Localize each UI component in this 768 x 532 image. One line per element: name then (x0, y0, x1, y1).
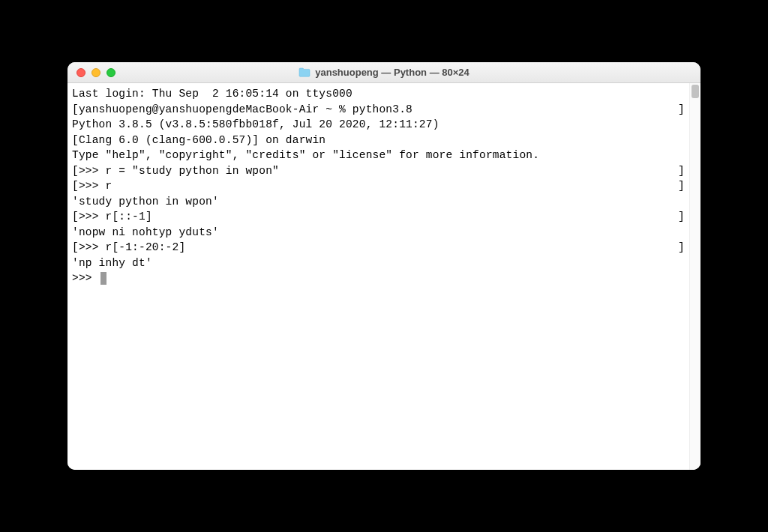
close-icon[interactable] (76, 68, 86, 77)
terminal-window: yanshuopeng — Python — 80×24 Last login:… (68, 62, 700, 470)
folder-icon (298, 67, 310, 77)
prompt-line: >>> (72, 270, 685, 286)
terminal-line: [yanshuopeng@yanshuopengdeMacBook-Air ~ … (72, 102, 685, 118)
zoom-icon[interactable] (106, 68, 116, 77)
window-title: yanshuopeng — Python — 80×24 (315, 67, 470, 78)
terminal-content[interactable]: Last login: Thu Sep 2 16:05:14 on ttys00… (68, 83, 689, 470)
traffic-lights (68, 68, 116, 77)
terminal-line: 'nopw ni nohtyp yduts' (72, 225, 685, 241)
terminal-line: 'study python in wpon' (72, 194, 685, 210)
terminal-line: Last login: Thu Sep 2 16:05:14 on ttys00… (72, 86, 685, 102)
body-area: Last login: Thu Sep 2 16:05:14 on ttys00… (68, 83, 700, 470)
terminal-line: [>>> r[-1:-20:-2]] (72, 240, 685, 256)
titlebar[interactable]: yanshuopeng — Python — 80×24 (68, 62, 700, 83)
terminal-line: [Clang 6.0 (clang-600.0.57)] on darwin (72, 133, 685, 148)
terminal-line: Python 3.8.5 (v3.8.5:580fbb018f, Jul 20 … (72, 117, 685, 133)
terminal-line: Type "help", "copyright", "credits" or "… (72, 148, 685, 163)
scroll-thumb[interactable] (692, 85, 699, 98)
scrollbar[interactable] (689, 83, 700, 470)
terminal-line: [>>> r] (72, 178, 685, 194)
title-wrap: yanshuopeng — Python — 80×24 (68, 67, 700, 78)
minimize-icon[interactable] (92, 68, 100, 77)
terminal-line: [>>> r = "study python in wpon"] (72, 163, 685, 179)
terminal-line: [>>> r[::-1]] (72, 209, 685, 225)
terminal-line: 'np inhy dt' (72, 256, 685, 271)
cursor-icon (100, 272, 106, 285)
